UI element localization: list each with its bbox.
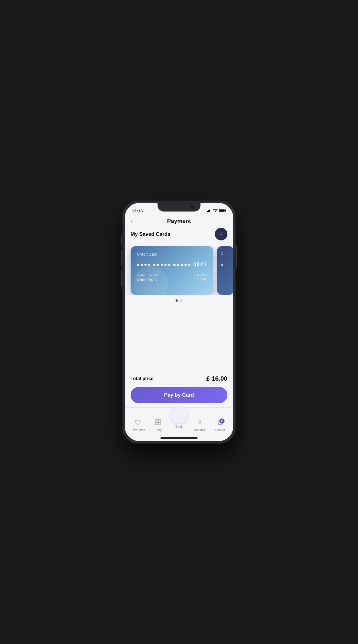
credit-card-1[interactable]: Credit Card: [131, 246, 213, 295]
dot: [164, 264, 167, 266]
currency-symbol: £: [206, 375, 210, 382]
add-card-button[interactable]: +: [215, 228, 227, 240]
total-label: Total price: [131, 376, 154, 381]
power-button[interactable]: [236, 246, 237, 268]
card-expires-field: EXPIRES 12 / 27: [194, 274, 207, 282]
saved-cards-header: My Saved Cards +: [131, 228, 227, 240]
phone-screen: 13:13: [125, 203, 233, 441]
nav-item-entry[interactable]: Entry: [150, 419, 166, 432]
main-content: My Saved Cards + Credit Card: [125, 228, 233, 407]
svg-point-13: [219, 425, 220, 425]
favourites-icon: [135, 420, 141, 427]
dot: [177, 264, 179, 266]
card-holder-value: Chris Egan: [137, 278, 159, 282]
dot: [181, 264, 183, 266]
svg-rect-2: [209, 210, 210, 212]
nav-item-account[interactable]: Account: [192, 419, 208, 432]
peek-card-type: C: [221, 252, 230, 255]
carousel-indicators: [131, 299, 227, 302]
volume-up-button[interactable]: [121, 236, 122, 245]
card-dots-group-1: [137, 264, 150, 266]
nav-item-favourites[interactable]: Favourites: [130, 420, 146, 432]
back-button[interactable]: ‹: [131, 218, 133, 224]
svg-rect-7: [156, 420, 158, 422]
phone-frame: 13:13: [123, 201, 235, 443]
card-holder-field: CARD HOLDER Chris Egan: [137, 274, 159, 282]
svg-rect-9: [156, 422, 158, 425]
card-dots-group-2: [153, 264, 170, 266]
notch: [158, 203, 200, 212]
dot: [173, 264, 176, 266]
nav-label-entry: Entry: [154, 428, 162, 432]
svg-rect-8: [158, 420, 161, 422]
dot: [137, 264, 139, 266]
dot: [161, 264, 163, 266]
entry-icon: [155, 419, 161, 427]
svg-rect-6: [220, 210, 225, 212]
card-dots-group-3: [173, 264, 190, 266]
nav-label-basket: Basket: [215, 428, 225, 432]
svg-rect-5: [226, 210, 227, 211]
home-indicator: [160, 437, 198, 439]
peek-dot: [221, 264, 223, 266]
page-title: Payment: [167, 218, 191, 224]
svg-rect-1: [208, 210, 209, 212]
dot: [141, 264, 143, 266]
card-number: 0821: [137, 262, 207, 268]
plus-icon: +: [219, 230, 223, 238]
nav-label-favourites: Favourites: [131, 428, 145, 432]
status-time: 13:13: [132, 208, 143, 213]
total-price-row: Total price £ 16.00: [131, 371, 227, 387]
card-expires-value: 12 / 27: [194, 278, 207, 282]
card-last4: 0821: [193, 262, 207, 268]
card-bottom: CARD HOLDER Chris Egan EXPIRES 12 / 27: [137, 274, 207, 282]
svg-point-11: [199, 420, 201, 422]
book-circle[interactable]: +: [170, 406, 188, 424]
battery-icon: [219, 209, 226, 212]
dot: [153, 264, 156, 266]
svg-rect-0: [207, 211, 208, 212]
total-amount: £ 16.00: [206, 375, 227, 382]
bottom-nav: Favourites Entry + Book: [125, 407, 233, 437]
card-holder-label: CARD HOLDER: [137, 274, 159, 277]
credit-card-2-peek[interactable]: C: [217, 246, 233, 295]
wifi-icon: [213, 209, 218, 212]
book-icon: +: [177, 410, 181, 420]
saved-cards-title: My Saved Cards: [131, 231, 170, 237]
card-expires-label: EXPIRES: [194, 274, 207, 277]
carousel-dot-2[interactable]: [180, 299, 182, 302]
dot: [157, 264, 159, 266]
basket-badge: 2: [219, 418, 225, 424]
nav-label-account: Account: [194, 428, 206, 432]
svg-rect-10: [158, 422, 161, 425]
nav-item-basket[interactable]: 2 Basket: [212, 420, 228, 432]
amount-value: 16.00: [212, 375, 227, 382]
card-type: Credit Card: [137, 252, 207, 256]
status-icons: [207, 209, 226, 212]
signal-icon: [207, 209, 211, 212]
svg-point-14: [221, 425, 221, 425]
pay-by-card-button[interactable]: Pay by Card: [131, 387, 227, 403]
account-icon: [197, 419, 203, 427]
dot: [184, 264, 187, 266]
basket-wrapper: 2: [217, 420, 223, 427]
volume-down-button[interactable]: [121, 250, 122, 266]
dot: [148, 264, 150, 266]
dot: [188, 264, 190, 266]
spacer: [131, 302, 227, 371]
dot: [144, 264, 147, 266]
carousel-dot-1[interactable]: [176, 299, 178, 302]
silent-switch[interactable]: [121, 270, 122, 287]
card-carousel[interactable]: Credit Card: [125, 246, 233, 295]
page-header: ‹ Payment: [125, 216, 233, 228]
nav-label-book: Book: [175, 425, 182, 428]
svg-rect-3: [211, 209, 212, 212]
dot: [168, 264, 170, 266]
nav-item-book[interactable]: + Book: [170, 406, 188, 428]
front-camera: [191, 205, 194, 209]
